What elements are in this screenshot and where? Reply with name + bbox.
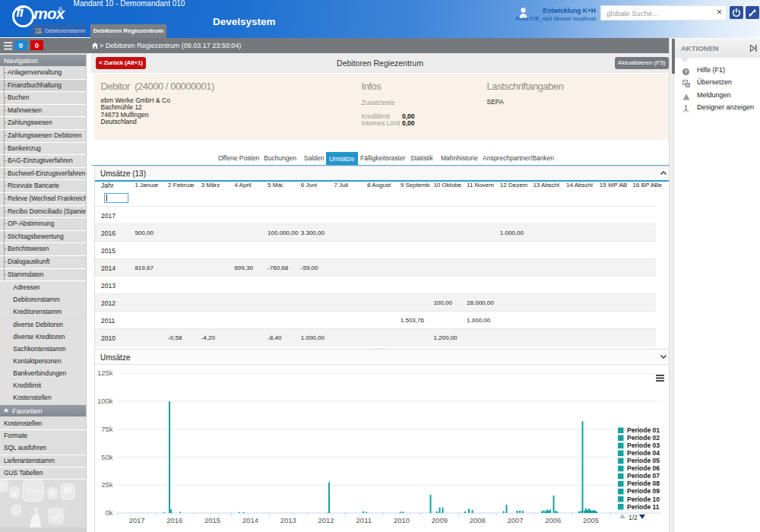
svg-text:Periode 07: Periode 07 bbox=[627, 472, 660, 480]
svg-text:2011: 2011 bbox=[356, 516, 372, 524]
svg-text:2005: 2005 bbox=[583, 516, 599, 524]
svg-text:2006: 2006 bbox=[545, 516, 561, 524]
svg-text:fimox: fimox bbox=[26, 487, 45, 495]
svg-text:Periode 01: Periode 01 bbox=[627, 426, 660, 434]
svg-text:2016: 2016 bbox=[166, 516, 182, 524]
svg-text:2013: 2013 bbox=[280, 516, 296, 524]
svg-text:0k: 0k bbox=[105, 508, 112, 517]
svg-text:Periode 10: Periode 10 bbox=[627, 496, 660, 503]
svg-text:@: @ bbox=[0, 482, 6, 490]
svg-text:2008: 2008 bbox=[470, 516, 486, 524]
svg-text:Periode 05: Periode 05 bbox=[627, 457, 660, 464]
svg-text:Periode 04: Periode 04 bbox=[627, 449, 660, 457]
svg-text:?: ? bbox=[685, 68, 688, 74]
svg-text:25k: 25k bbox=[101, 480, 113, 489]
svg-text:$: $ bbox=[14, 508, 18, 515]
svg-text:Periode 06: Periode 06 bbox=[627, 464, 660, 472]
svg-text:75k: 75k bbox=[101, 425, 113, 433]
svg-text:2012: 2012 bbox=[318, 516, 334, 524]
svg-text:125k: 125k bbox=[97, 369, 113, 377]
svg-text:2017: 2017 bbox=[128, 516, 144, 524]
svg-text:Periode 09: Periode 09 bbox=[627, 487, 660, 495]
svg-text:100k: 100k bbox=[97, 397, 113, 405]
svg-text:Periode 11: Periode 11 bbox=[627, 503, 660, 511]
svg-text:2007: 2007 bbox=[507, 516, 523, 524]
svg-text:2009: 2009 bbox=[432, 516, 448, 524]
svg-text:2014: 2014 bbox=[242, 516, 258, 524]
svg-text:Periode 08: Periode 08 bbox=[627, 480, 660, 487]
svg-text:1/2: 1/2 bbox=[629, 514, 638, 521]
svg-text:50k: 50k bbox=[101, 453, 113, 461]
svg-text:2015: 2015 bbox=[204, 516, 220, 524]
svg-text:Periode 03: Periode 03 bbox=[627, 442, 660, 449]
svg-text:Periode 02: Periode 02 bbox=[627, 434, 660, 442]
svg-text:2010: 2010 bbox=[394, 516, 410, 524]
